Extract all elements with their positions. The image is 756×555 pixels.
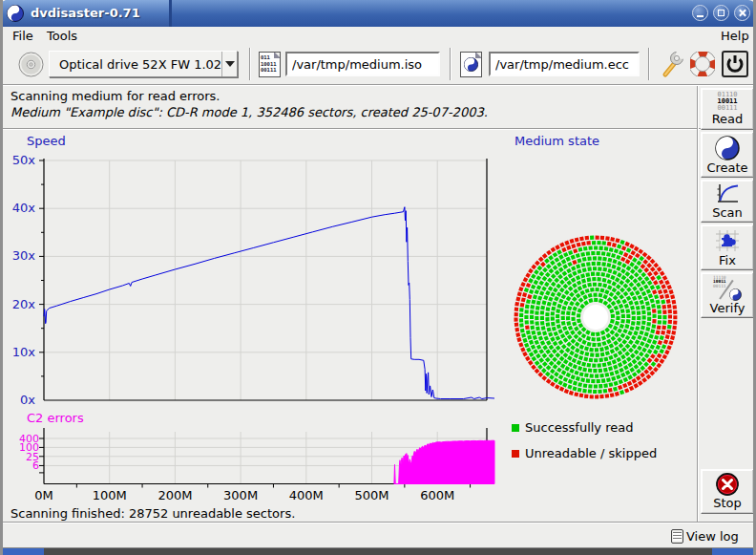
tick-label: 10x [3, 345, 35, 359]
verify-button-label: Verify [710, 301, 746, 315]
medium-state-title: Medium state [514, 134, 599, 148]
chevron-down-icon [225, 61, 235, 67]
minimize-button[interactable] [692, 5, 708, 21]
tick-label: 200M [151, 488, 199, 502]
drive-selector-arrow[interactable] [221, 52, 237, 76]
title-bar[interactable]: dvdisaster-0.71 [0, 0, 756, 27]
tick-label: 500M [348, 488, 396, 502]
legend-label-read: Successfully read [525, 420, 633, 435]
window-bottom-border [0, 547, 756, 555]
stop-button[interactable]: Stop [701, 469, 754, 514]
medium-state-disc [511, 232, 681, 402]
maximize-icon [718, 10, 724, 16]
menu-help[interactable]: Help [715, 28, 755, 44]
scan-button[interactable]: Scan [701, 180, 754, 223]
page-fold [274, 52, 281, 58]
page-fold [475, 52, 482, 58]
tick-label: 100M [86, 488, 134, 502]
separator [3, 522, 753, 523]
toolbar-separator [450, 48, 452, 80]
drive-selector[interactable]: Optical drive 52X FW 1.02 [49, 51, 238, 77]
tick-label: 0x [3, 393, 35, 407]
stop-x-icon [716, 473, 739, 496]
ecc-yinyang-glyph [464, 57, 478, 72]
toolbar-separator [249, 48, 251, 80]
fix-button[interactable]: Fix [701, 224, 754, 270]
yinyang-create-icon [715, 136, 740, 160]
ecc-file-input[interactable] [489, 52, 640, 76]
fix-button-label: Fix [719, 253, 736, 267]
speed-chart [36, 157, 496, 403]
status-line-2: Medium "Example disc": CD-R mode 1, 3524… [10, 105, 488, 119]
tick-label: 20x [3, 297, 35, 311]
resize-corner-left[interactable] [0, 548, 44, 555]
menu-file[interactable]: File [7, 28, 39, 44]
legend-swatch-read [512, 424, 519, 432]
resize-corner-right[interactable] [712, 548, 756, 555]
close-icon [738, 9, 746, 17]
tick-label: 300M [217, 488, 264, 502]
tick-label: 50x [3, 153, 35, 167]
create-button-label: Create [706, 160, 747, 175]
c2-errors-chart [36, 426, 496, 489]
binary-yinyang-verify-icon: 11110 10011 00111 [713, 276, 742, 301]
preferences-wrench-icon[interactable] [659, 50, 685, 78]
maximize-button[interactable] [713, 5, 729, 21]
verify-button[interactable]: 11110 10011 00111 Verify [701, 272, 754, 318]
ecc-file-icon[interactable] [460, 52, 482, 77]
stop-button-label: Stop [713, 496, 742, 510]
tick-label: 0M [20, 488, 68, 502]
sidebar-separator [697, 86, 699, 522]
quit-power-icon[interactable] [722, 51, 748, 77]
window-title: dvdisaster-0.71 [31, 6, 140, 20]
tick-label: 40x [3, 201, 35, 215]
close-button[interactable] [734, 5, 750, 21]
menu-tools[interactable]: Tools [41, 28, 83, 44]
log-list-icon [671, 529, 683, 544]
drive-selector-value: Optical drive 52X FW 1.02 [50, 57, 221, 72]
tick-label: 400M [283, 488, 330, 502]
create-button[interactable]: Create [701, 132, 754, 178]
speed-chart-title: Speed [27, 134, 66, 148]
read-button[interactable]: 01110 10011 00111 Read [701, 88, 754, 130]
scan-button-label: Scan [712, 205, 743, 220]
status-line-1: Scanning medium for read errors. [10, 89, 220, 103]
menu-bar: File Tools Help [3, 27, 753, 44]
app-yinyang-icon [7, 5, 24, 22]
iso-image-icon[interactable]: 011 10011 00111 [259, 52, 281, 77]
view-log-button[interactable]: View log [671, 526, 739, 545]
curve-scan-icon [715, 182, 740, 205]
app-window: dvdisaster-0.71 File Tools Help Optical … [0, 0, 756, 555]
cd-drive-icon[interactable] [18, 52, 44, 77]
separator [3, 128, 753, 130]
toolbar-separator [648, 48, 650, 80]
view-log-label: View log [686, 529, 739, 544]
binary-read-icon: 01110 10011 00111 [717, 92, 737, 112]
minimize-icon [697, 15, 704, 17]
iso-file-input[interactable] [285, 52, 440, 76]
c2-errors-title: C2 errors [27, 411, 84, 425]
tick-label: 400 [5, 433, 39, 445]
toolbar: Optical drive 52X FW 1.02 011 10011 0011… [3, 44, 753, 84]
legend-label-unreadable: Unreadable / skipped [525, 446, 657, 460]
read-button-label: Read [712, 112, 744, 126]
tick-label: 600M [413, 488, 461, 502]
tick-label: 30x [3, 248, 35, 263]
legend-swatch-unreadable [512, 450, 519, 458]
help-lifebelt-icon[interactable] [690, 52, 715, 76]
puzzle-fix-icon [714, 228, 741, 253]
separator [3, 84, 753, 86]
scan-result-text: Scanning finished: 28752 unreadable sect… [10, 506, 295, 521]
